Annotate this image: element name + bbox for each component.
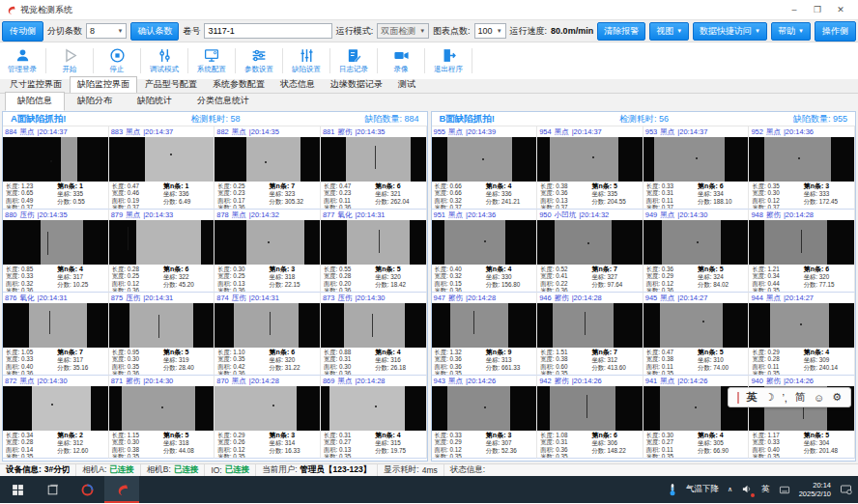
defect-cell[interactable]: 874 压伤 |20:14:31 长度: 1.10 宽度: 0.35 面积: 0…	[214, 293, 321, 376]
defect-cell[interactable]: 884 黑点 |20:14:37 长度: 1.23 宽度: 0.65 面积: 0…	[3, 126, 109, 210]
defect-image[interactable]	[321, 220, 426, 265]
defect-image[interactable]	[3, 220, 108, 265]
defect-image[interactable]	[214, 137, 320, 182]
toolbar-manage-login-button[interactable]: 管理登录	[2, 47, 43, 74]
tab-product-model-config[interactable]: 产品型号配置	[137, 76, 205, 93]
toolbar-defect-settings-button[interactable]: 缺陷设置	[286, 47, 327, 74]
volume-icon[interactable]	[741, 484, 753, 496]
defect-cell[interactable]: 879 黑点 |20:14:33 长度: 0.28 宽度: 0.25 面积: 0…	[109, 210, 215, 293]
toolbar-stop-button[interactable]: 停止	[97, 47, 137, 74]
data-quick-access-menu-button[interactable]: 数据快捷访问▼	[693, 22, 767, 41]
toolbar-debug-mode-button[interactable]: 调试模式	[144, 47, 185, 74]
defect-image[interactable]	[749, 137, 854, 182]
chart-points-select[interactable]: 100▼	[474, 23, 506, 39]
defect-image[interactable]	[321, 137, 426, 182]
taskbar-active-app-icon[interactable]	[104, 476, 139, 503]
maximize-button[interactable]: ❐	[806, 5, 829, 14]
defect-cell[interactable]: 952 黑点 |20:14:36 长度: 0.35 宽度: 0.30 面积: 0…	[749, 126, 855, 210]
defect-cell[interactable]: 947 擦伤 |20:14:28 长度: 1.32 宽度: 0.36 面积: 0…	[432, 293, 538, 376]
tab-test[interactable]: 测试	[390, 76, 423, 93]
defect-image[interactable]	[749, 303, 854, 348]
defect-image[interactable]	[3, 303, 108, 348]
defect-cell[interactable]: 955 黑点 |20:14:39 长度: 0.66 宽度: 0.66 面积: 0…	[432, 126, 538, 210]
tray-ime-icon[interactable]	[779, 485, 790, 495]
toolbar-exit-program-button[interactable]: 退出程序	[428, 47, 469, 74]
operate-side-button[interactable]: 操作侧	[815, 21, 856, 42]
view-menu-button[interactable]: 视图▼	[649, 22, 689, 41]
tab-edge-data-record[interactable]: 边缘数据记录	[323, 76, 390, 93]
toolbar-parameter-settings-button[interactable]: 参数设置	[239, 47, 279, 74]
tab-defect-monitor[interactable]: 缺陷监控界面	[70, 76, 137, 93]
defect-cell[interactable]: 945 黑点 |20:14:27 长度: 0.47 宽度: 0.38 面积: 0…	[644, 293, 750, 376]
taskbar-app-icon[interactable]	[70, 476, 104, 503]
defect-image[interactable]	[214, 220, 320, 265]
confirm-count-button[interactable]: 确认条数	[130, 22, 179, 41]
defect-image[interactable]	[644, 303, 749, 348]
defect-image[interactable]	[3, 386, 108, 431]
minimize-button[interactable]: –	[783, 5, 806, 14]
ime-english-mode[interactable]: 英	[747, 390, 758, 405]
close-button[interactable]: ✕	[829, 5, 852, 14]
defect-image[interactable]	[321, 303, 426, 348]
chevron-up-icon[interactable]: ∧	[728, 486, 732, 493]
defect-image[interactable]	[644, 220, 749, 265]
defect-cell[interactable]: 882 黑点 |20:14:35 长度: 0.25 宽度: 0.23 面积: 0…	[214, 126, 321, 210]
ime-punctuation[interactable]: ’,	[782, 392, 787, 404]
defect-cell[interactable]: 949 黑点 |20:14:30 长度: 0.36 宽度: 0.29 面积: 0…	[644, 210, 750, 293]
defect-cell[interactable]: 883 黑点 |20:14:37 长度: 0.47 宽度: 0.46 面积: 0…	[109, 126, 215, 210]
defect-cell[interactable]: 948 擦伤 |20:14:28 长度: 1.21 宽度: 0.34 面积: 0…	[749, 210, 855, 293]
ime-simplified-mode[interactable]: 简	[795, 390, 806, 405]
defect-image[interactable]	[109, 386, 214, 431]
toolbar-system-config-button[interactable]: 系统配置	[191, 47, 232, 74]
task-view-button[interactable]	[35, 476, 70, 503]
subtab-defect-distribution[interactable]: 缺陷分布	[65, 92, 125, 111]
defect-cell[interactable]: 873 压伤 |20:14:30 长度: 0.88 宽度: 0.31 面积: 0…	[321, 293, 427, 376]
defect-cell[interactable]: 944 黑点 |20:14:27 长度: 0.29 宽度: 0.28 面积: 0…	[749, 293, 855, 376]
defect-image[interactable]	[432, 303, 537, 348]
moon-icon[interactable]: ☽	[765, 391, 775, 404]
defect-image[interactable]	[537, 137, 643, 182]
toolbar-record-video-button[interactable]: 录像	[381, 47, 421, 74]
weather-text[interactable]: 气温下降	[686, 484, 719, 495]
start-button[interactable]	[0, 476, 35, 503]
tab-system-param-config[interactable]: 系统参数配置	[205, 76, 272, 93]
defect-cell[interactable]: 872 黑点 |20:14:30 长度: 0.34 宽度: 0.28 面积: 0…	[3, 376, 109, 459]
defect-image[interactable]	[432, 137, 537, 182]
clear-alarm-button[interactable]: 清除报警	[597, 22, 645, 41]
defect-cell[interactable]: 943 黑点 |20:14:26 长度: 0.33 宽度: 0.29 面积: 0…	[432, 376, 538, 459]
defect-cell[interactable]: 946 擦伤 |20:14:28 长度: 1.51 宽度: 0.38 面积: 0…	[537, 293, 644, 376]
help-menu-button[interactable]: 帮助▼	[771, 22, 811, 41]
defect-cell[interactable]: 875 压伤 |20:14:31 长度: 0.95 宽度: 0.30 面积: 0…	[109, 293, 215, 376]
run-mode-select[interactable]: 双面检测▼	[377, 23, 429, 39]
defect-image[interactable]	[109, 220, 214, 265]
touch-keyboard-icon[interactable]	[840, 484, 852, 495]
slit-count-select[interactable]: 8▼	[86, 23, 127, 39]
defect-cell[interactable]: 878 黑点 |20:14:32 长度: 0.30 宽度: 0.25 面积: 0…	[214, 210, 321, 293]
defect-image[interactable]	[321, 386, 426, 431]
defect-image[interactable]	[214, 386, 320, 431]
defect-cell[interactable]: 951 黑点 |20:14:36 长度: 0.40 宽度: 0.32 面积: 0…	[432, 210, 538, 293]
defect-cell[interactable]: 880 压伤 |20:14:35 长度: 0.85 宽度: 0.33 面积: 0…	[3, 210, 109, 293]
subtab-defect-statistics[interactable]: 缺陷统计	[125, 92, 185, 111]
defect-cell[interactable]: 876 氧化 |20:14:31 长度: 1.05 宽度: 0.33 面积: 0…	[3, 293, 109, 376]
defect-image[interactable]	[537, 220, 643, 265]
defect-cell[interactable]: 954 黑点 |20:14:37 长度: 0.38 宽度: 0.36 面积: 0…	[537, 126, 644, 210]
defect-image[interactable]	[537, 386, 643, 431]
defect-image[interactable]	[537, 303, 643, 348]
defect-image[interactable]	[214, 303, 320, 348]
defect-image[interactable]	[109, 303, 214, 348]
tab-status-info[interactable]: 状态信息	[272, 76, 323, 93]
defect-cell[interactable]: 869 黑点 |20:14:28 长度: 0.31 宽度: 0.27 面积: 0…	[321, 376, 427, 459]
toolbar-start-button[interactable]: 开始	[49, 47, 90, 74]
gear-icon[interactable]: ⚙	[832, 391, 842, 404]
roll-number-input[interactable]	[204, 23, 331, 39]
defect-cell[interactable]: 877 氧化 |20:14:31 长度: 0.55 宽度: 0.28 面积: 0…	[321, 210, 427, 293]
language-indicator[interactable]: 英	[761, 484, 770, 495]
subtab-defect-info[interactable]: 缺陷信息	[5, 92, 65, 111]
defect-cell[interactable]: 950 小凹坑 |20:14:32 长度: 0.52 宽度: 0.41 面积: …	[537, 210, 644, 293]
defect-image[interactable]	[432, 220, 537, 265]
taskbar-clock[interactable]: 20:14 2025/2/10	[799, 481, 831, 499]
defect-cell[interactable]: 871 擦伤 |20:14:30 长度: 1.15 宽度: 0.30 面积: 0…	[109, 376, 215, 459]
toolbar-log-record-button[interactable]: 日志记录	[333, 47, 374, 74]
defect-image[interactable]	[644, 137, 749, 182]
